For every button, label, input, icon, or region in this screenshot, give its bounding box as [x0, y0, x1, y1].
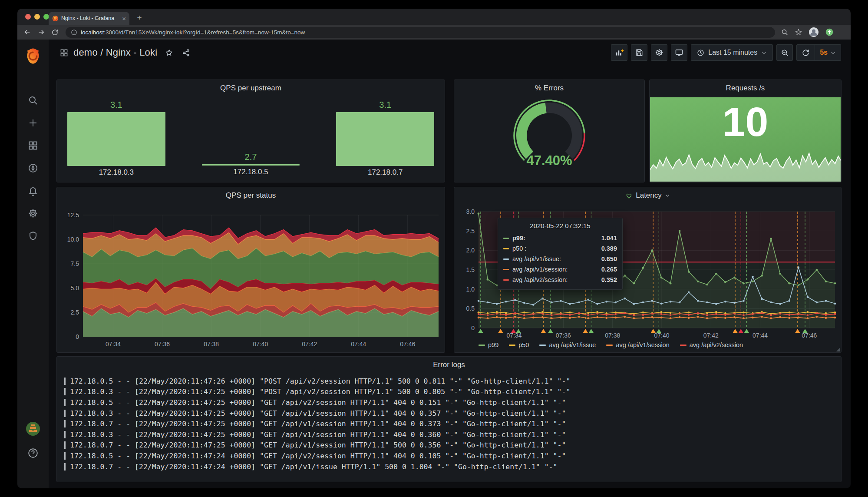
panel-title[interactable]: QPS per upstream — [57, 84, 445, 93]
qps-status-chart[interactable]: 02.55.07.510.012.507:3407:3607:3807:4007… — [57, 187, 445, 352]
log-line[interactable]: 172.18.0.3 - - [22/May/2020:11:47:25 +00… — [64, 408, 837, 419]
legend-label: avg /api/v1/issue — [549, 341, 596, 348]
log-line[interactable]: 172.18.0.5 - - [22/May/2020:11:47:24 +00… — [64, 451, 837, 461]
chevron-down-icon — [761, 50, 767, 56]
url-text: localhost:3000/d/Tnn15XeWk/nginx-loki?or… — [81, 29, 305, 36]
url-bar[interactable]: localhost:3000/d/Tnn15XeWk/nginx-loki?or… — [66, 27, 775, 38]
browser-window: Nginx - Loki - Grafana × + localhost:300… — [17, 9, 851, 488]
sidebar-item-plus[interactable] — [17, 113, 49, 133]
legend-label: p99 — [488, 341, 498, 348]
breadcrumb[interactable]: demo / Nginx - Loki — [73, 47, 157, 58]
log-line[interactable]: 172.18.0.3 - - [22/May/2020:11:47:25 +00… — [64, 429, 837, 440]
add-panel-button[interactable] — [611, 44, 627, 61]
chevron-down-icon — [830, 50, 836, 56]
bar-label: 172.18.0.5 — [202, 166, 300, 179]
tab-title: Nginx - Loki - Grafana — [61, 15, 119, 21]
log-text: 172.18.0.5 - - [22/May/2020:11:47:24 +00… — [70, 452, 566, 460]
sidebar-item-server-admin[interactable] — [17, 226, 49, 245]
svg-text:3.0: 3.0 — [466, 208, 475, 215]
log-line[interactable]: 172.18.0.7 - - [22/May/2020:11:47:25 +00… — [64, 418, 837, 429]
panel-title[interactable]: % Errors — [454, 84, 644, 93]
save-dashboard-button[interactable] — [631, 44, 647, 61]
log-line[interactable]: 172.18.0.7 - - [22/May/2020:11:47:25 +00… — [64, 440, 837, 451]
sidebar-item-alerting[interactable] — [17, 181, 49, 200]
legend-label: avg /api/v1/session — [616, 341, 669, 348]
star-icon[interactable] — [165, 49, 173, 57]
browser-tab[interactable]: Nginx - Loki - Grafana × — [49, 12, 129, 25]
series-color-swatch — [503, 258, 509, 260]
refresh-button[interactable] — [797, 45, 815, 60]
time-range-picker[interactable]: Last 15 minutes — [691, 44, 773, 61]
log-level-bar — [64, 452, 66, 460]
panel-requests-per-second: Requests /s 10 — [649, 80, 842, 182]
svg-text:1.0: 1.0 — [466, 286, 475, 293]
share-icon[interactable] — [182, 49, 190, 57]
svg-text:2.5: 2.5 — [466, 228, 475, 235]
browser-tabstrip: Nginx - Loki - Grafana × + — [17, 9, 851, 25]
log-line[interactable]: 172.18.0.5 - - [22/May/2020:11:47:25 +00… — [64, 397, 837, 408]
sidebar-item-search[interactable] — [17, 91, 49, 110]
svg-text:07:38: 07:38 — [204, 341, 219, 348]
user-avatar[interactable] — [17, 419, 49, 438]
stat-value: 10 — [650, 98, 841, 146]
panel-title[interactable]: Error logs — [57, 361, 841, 369]
reload-icon[interactable] — [51, 29, 59, 36]
log-line[interactable]: 172.18.0.7 - - [22/May/2020:11:47:24 +00… — [64, 461, 837, 472]
dashboard-settings-button[interactable] — [651, 44, 667, 61]
legend-item[interactable]: avg /api/v1/issue — [539, 341, 596, 348]
panel-title[interactable]: Requests /s — [650, 84, 841, 93]
alerting-icon — [28, 186, 38, 196]
grafana-logo[interactable] — [17, 43, 49, 69]
bar-gauge: 3.1172.18.0.32.7172.18.0.53.1172.18.0.7 — [63, 100, 439, 179]
log-line[interactable]: 172.18.0.5 - - [22/May/2020:11:47:26 +00… — [64, 376, 837, 387]
svg-text:07:38: 07:38 — [605, 332, 620, 339]
browser-update-icon[interactable] — [825, 28, 834, 36]
sidebar-item-dashboards[interactable] — [17, 136, 49, 155]
legend-item[interactable]: p99 — [479, 341, 498, 348]
legend-color-dash — [606, 345, 613, 346]
site-info-icon[interactable] — [71, 29, 77, 36]
tooltip-timestamp: 2020-05-22 07:32:15 — [503, 222, 617, 229]
explore-icon — [28, 163, 38, 173]
legend-color-dash — [479, 345, 485, 346]
browser-toolbar: localhost:3000/d/Tnn15XeWk/nginx-loki?or… — [17, 25, 851, 40]
svg-text:0.5: 0.5 — [466, 305, 475, 312]
sidebar-item-configuration[interactable] — [17, 204, 49, 223]
new-tab-button[interactable]: + — [134, 12, 145, 23]
series-label: avg /api/v1/session: — [512, 266, 601, 273]
bar-gauge-column: 3.1172.18.0.7 — [336, 100, 434, 179]
chart-legend: p99p50avg /api/v1/issueavg /api/v1/sessi… — [479, 341, 743, 348]
legend-color-dash — [680, 345, 686, 346]
log-level-bar — [64, 441, 66, 449]
zoom-icon[interactable] — [781, 29, 789, 36]
panel-resize-handle[interactable] — [836, 348, 840, 351]
log-text: 172.18.0.3 - - [22/May/2020:11:47:25 +00… — [70, 431, 566, 439]
help-icon[interactable] — [17, 444, 49, 463]
bar-value: 2.7 — [245, 152, 257, 162]
bookmark-star-icon[interactable] — [795, 28, 802, 36]
forward-icon[interactable] — [37, 28, 45, 36]
legend-item[interactable]: avg /api/v2/session — [680, 341, 743, 348]
series-value: 0.352 — [601, 276, 617, 283]
svg-text:7.5: 7.5 — [71, 260, 79, 267]
log-line[interactable]: 172.18.0.3 - - [22/May/2020:11:47:25 +00… — [64, 387, 837, 398]
log-text: 172.18.0.5 - - [22/May/2020:11:47:26 +00… — [70, 377, 570, 385]
tab-close-icon[interactable]: × — [122, 15, 126, 22]
legend-item[interactable]: p50 — [509, 341, 529, 348]
legend-label: avg /api/v2/session — [690, 341, 743, 348]
series-label: avg /api/v1/issue: — [512, 255, 601, 262]
tv-mode-button[interactable] — [671, 44, 687, 61]
bar-fill — [67, 112, 165, 166]
zoom-out-time-button[interactable] — [776, 44, 793, 61]
window-minimize-button[interactable] — [34, 14, 40, 20]
bar-label: 172.18.0.7 — [336, 166, 434, 179]
svg-text:0: 0 — [76, 333, 79, 340]
back-icon[interactable] — [23, 28, 31, 36]
refresh-interval-dropdown[interactable]: 5s — [815, 45, 841, 60]
tooltip-row: p50 :0.389 — [503, 243, 617, 254]
window-close-button[interactable] — [25, 14, 31, 20]
profile-avatar[interactable] — [809, 27, 819, 37]
sidebar-item-explore[interactable] — [17, 159, 49, 178]
legend-item[interactable]: avg /api/v1/session — [606, 341, 669, 348]
dashboards-icon — [28, 140, 38, 151]
